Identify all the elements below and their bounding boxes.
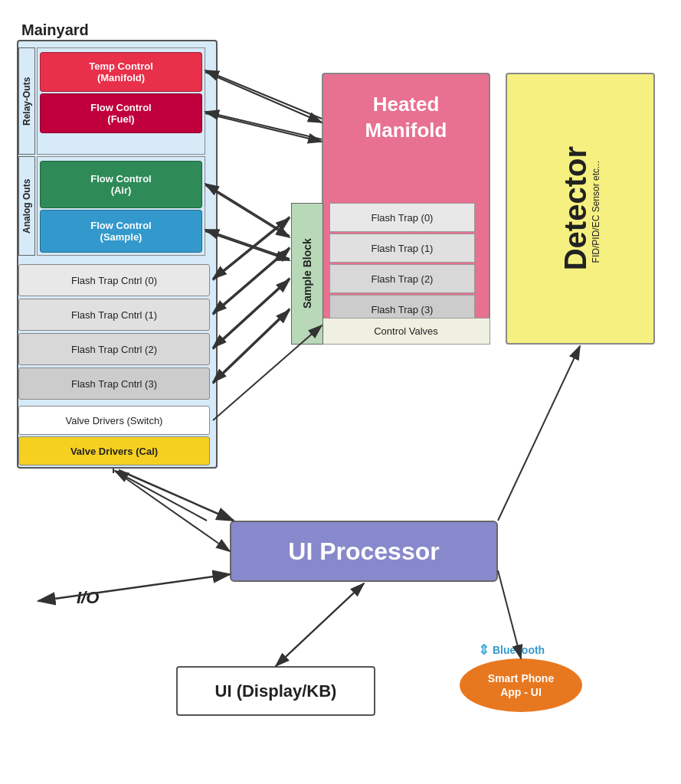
flash-trap-cntrl-2: Flash Trap Cntrl (2)	[18, 333, 210, 365]
flow-air-box: Flow Control(Air)	[40, 161, 202, 208]
relay-outs-label: Relay-Outs	[18, 47, 35, 155]
svg-line-4	[205, 70, 322, 119]
svg-line-3	[205, 72, 322, 122]
control-valves: Control Valves	[322, 318, 490, 345]
svg-line-7	[205, 185, 290, 237]
ui-processor-box: UI Processor	[230, 521, 498, 582]
svg-line-9	[205, 231, 290, 260]
svg-line-23	[38, 574, 230, 601]
svg-line-28	[119, 470, 234, 521]
svg-line-5	[205, 113, 322, 142]
svg-line-6	[205, 112, 322, 139]
svg-line-22	[115, 471, 230, 551]
flow-fuel-box: Flow Control(Fuel)	[40, 93, 202, 133]
flash-trap-2: Flash Trap (2)	[329, 264, 475, 293]
diagram-container: Mainyard Relay-Outs Analog Outs Temp Con…	[0, 0, 681, 784]
flow-air-label: Flow Control(Air)	[90, 173, 151, 196]
svg-line-24	[498, 346, 580, 521]
bluetooth-label: ⇕ BlueTooth	[478, 642, 545, 658]
svg-line-10	[205, 230, 290, 259]
flash-trap-0: Flash Trap (0)	[329, 203, 475, 232]
svg-line-25	[276, 583, 364, 666]
flash-trap-cntrl-0: Flash Trap Cntrl (0)	[18, 264, 210, 296]
flow-fuel-label: Flow Control(Fuel)	[90, 102, 151, 125]
svg-line-13	[213, 249, 290, 315]
flash-trap-cntrl-3: Flash Trap Cntrl (3)	[18, 368, 210, 400]
svg-line-8	[205, 184, 290, 236]
detector-title: Detector	[560, 146, 591, 270]
valve-drivers-cal: Valve Drivers (Cal)	[18, 436, 210, 466]
flash-trap-cntrl-1: Flash Trap Cntrl (1)	[18, 299, 210, 331]
svg-line-20	[115, 471, 207, 521]
heated-manifold-title: HeatedManifold	[329, 92, 483, 144]
detector-box: Detector FID/PID/EC Sensor etc...	[506, 73, 655, 345]
flow-sample-box: Flow Control(Sample)	[40, 210, 202, 253]
flash-trap-1: Flash Trap (1)	[329, 234, 475, 263]
sample-block: Sample Block	[291, 203, 323, 345]
smartphone-app: Smart PhoneApp - UI	[460, 658, 582, 712]
flow-sample-label: Flow Control(Sample)	[90, 220, 151, 243]
svg-line-18	[213, 309, 290, 382]
detector-subtitle: FID/PID/EC Sensor etc...	[591, 161, 601, 263]
temp-control-box: Temp Control(Manifold)	[40, 52, 202, 92]
svg-line-17	[213, 310, 290, 384]
bluetooth-icon: ⇕	[478, 642, 489, 658]
svg-line-16	[213, 278, 290, 348]
svg-line-12	[213, 217, 290, 279]
analog-outs-label: Analog Outs	[18, 156, 35, 256]
smartphone-label: Smart PhoneApp - UI	[488, 671, 554, 699]
mainyard-label: Mainyard	[21, 21, 89, 39]
svg-line-15	[213, 279, 290, 349]
svg-line-11	[213, 218, 290, 280]
io-label: I/O	[77, 588, 99, 608]
ui-display-box: UI (Display/KB)	[176, 666, 375, 716]
valve-drivers-switch: Valve Drivers (Switch)	[18, 406, 210, 435]
temp-control-label: Temp Control(Manifold)	[89, 60, 153, 83]
svg-line-14	[213, 247, 290, 313]
svg-line-26	[276, 583, 364, 666]
